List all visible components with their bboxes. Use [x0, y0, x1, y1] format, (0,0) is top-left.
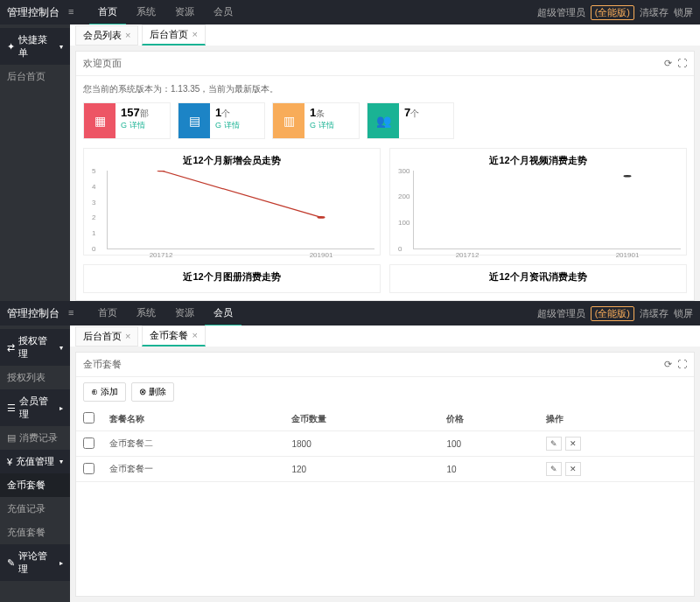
news-icon: ▥ [273, 103, 304, 138]
role-label: 超级管理员 [537, 307, 585, 320]
sidebar-member-mgmt[interactable]: ☰会员管理▸ [0, 389, 70, 426]
stat-cards: ▦157部G 详情 ▤1个G 详情 ▥1条G 详情 👥7个 [83, 102, 687, 139]
nav-resource[interactable]: 资源 [166, 0, 203, 25]
panel-title: 欢迎页面 [83, 57, 122, 70]
top-right: 超级管理员 (全能版) 清缓存 锁屏 [537, 306, 693, 321]
close-icon[interactable]: × [192, 330, 197, 340]
nav-member[interactable]: 会员 [205, 301, 242, 326]
tab-dashboard[interactable]: 后台首页× [142, 24, 205, 46]
package-table: 套餐名称 金币数量 价格 操作 金币套餐二 1800 100 ✎✕ [76, 407, 694, 482]
tab-member-list[interactable]: 会员列表× [75, 25, 138, 46]
toolbar: ⊕ 添加 ⊗ 删除 [76, 377, 694, 407]
member-icon: 👥 [368, 103, 399, 138]
stat-member[interactable]: 👥7个 [367, 102, 454, 139]
edition-badge: (全能版) [591, 5, 634, 20]
topbar: 管理控制台 ≡ 首页 系统 资源 会员 超级管理员 (全能版) 清缓存 锁屏 [0, 0, 700, 24]
chevron-down-icon: ▾ [60, 458, 63, 466]
clear-cache-link[interactable]: 清缓存 [640, 307, 668, 320]
sidebar-recharge[interactable]: ¥充值管理▾ [0, 450, 70, 473]
chevron-right-icon: ▸ [60, 404, 63, 412]
svg-point-3 [623, 175, 631, 178]
expand-icon[interactable]: ⛶ [677, 58, 687, 69]
sidebar-auth-list[interactable]: 授权列表 [0, 366, 70, 389]
chart-video-spend: 近12个月视频消费走势 3002001000 201712201901 [389, 148, 687, 256]
topbar: 管理控制台 ≡ 首页 系统 资源 会员 超级管理员 (全能版) 清缓存 锁屏 [0, 301, 700, 326]
refresh-icon[interactable]: ⟳ [664, 58, 672, 69]
sidebar: ✦快捷菜单▾ 后台首页 [0, 24, 70, 301]
gallery-icon: ▤ [178, 103, 210, 138]
select-all-checkbox[interactable] [83, 412, 94, 424]
close-icon[interactable]: × [125, 30, 130, 40]
tab-coin-package[interactable]: 金币套餐× [142, 326, 205, 346]
dashboard-app: 管理控制台 ≡ 首页 系统 资源 会员 超级管理员 (全能版) 清缓存 锁屏 ✦… [0, 0, 700, 301]
nav-home[interactable]: 首页 [89, 0, 126, 25]
topnav: 首页 系统 资源 会员 [89, 0, 242, 25]
top-right: 超级管理员 (全能版) 清缓存 锁屏 [537, 5, 693, 20]
table-row: 金币套餐二 1800 100 ✎✕ [76, 431, 694, 457]
coin-package-app: 管理控制台 ≡ 首页 系统 资源 会员 超级管理员 (全能版) 清缓存 锁屏 ⇄… [0, 301, 700, 602]
panel-title: 金币套餐 [83, 358, 122, 371]
video-icon: ▦ [84, 103, 116, 138]
refresh-icon[interactable]: ⟳ [664, 359, 672, 370]
panel-header: 欢迎页面 ⟳⛶ [76, 52, 694, 76]
chevron-down-icon: ▾ [60, 344, 63, 352]
role-label: 超级管理员 [537, 6, 585, 19]
brand: 管理控制台 [7, 306, 60, 321]
sidebar-coin-package[interactable]: 金币套餐 [0, 473, 70, 497]
version-text: 您当前的系统版本为：1.13.35，当前为最新版本。 [83, 83, 687, 95]
stat-news[interactable]: ▥1条G 详情 [272, 102, 360, 139]
close-icon[interactable]: × [125, 331, 130, 341]
sidebar-quickmenu[interactable]: ✦快捷菜单▾ [0, 28, 70, 65]
table-row: 金币套餐一 120 10 ✎✕ [76, 457, 694, 482]
clear-cache-link[interactable]: 清缓存 [640, 6, 668, 19]
svg-line-0 [161, 171, 321, 217]
tab-dashboard[interactable]: 后台首页× [75, 326, 138, 346]
sidebar: ⇄授权管理▾ 授权列表 ☰会员管理▸ ▤消费记录 ¥充值管理▾ 金币套餐 充值记… [0, 326, 70, 602]
delete-icon[interactable]: ✕ [565, 462, 581, 476]
stat-video[interactable]: ▦157部G 详情 [83, 102, 171, 139]
nav-home[interactable]: 首页 [89, 301, 126, 326]
menu-toggle-icon[interactable]: ≡ [68, 6, 80, 18]
chart-gallery-spend: 近12个月图册消费走势 [83, 264, 381, 293]
tabbar: 后台首页× 金币套餐× [70, 326, 700, 346]
edit-icon[interactable]: ✎ [546, 437, 562, 451]
menu-toggle-icon[interactable]: ≡ [68, 307, 80, 319]
delete-icon[interactable]: ✕ [565, 437, 581, 451]
panel-header: 金币套餐 ⟳⛶ [76, 353, 694, 377]
svg-point-2 [317, 216, 325, 219]
nav-resource[interactable]: 资源 [166, 301, 203, 326]
topnav: 首页 系统 资源 会员 [89, 301, 242, 326]
nav-member[interactable]: 会员 [205, 0, 242, 25]
edit-icon[interactable]: ✎ [546, 462, 562, 476]
add-button[interactable]: ⊕ 添加 [83, 382, 126, 402]
delete-button[interactable]: ⊗ 删除 [131, 382, 174, 402]
expand-icon[interactable]: ⛶ [677, 359, 687, 370]
edition-badge: (全能版) [591, 306, 634, 321]
row-checkbox[interactable] [83, 438, 94, 449]
lock-link[interactable]: 锁屏 [674, 307, 693, 320]
tabbar: 会员列表× 后台首页× [70, 24, 700, 46]
sidebar-recharge-package[interactable]: 充值套餐 [0, 521, 70, 544]
chevron-right-icon: ▸ [60, 559, 63, 567]
chart-new-members: 近12个月新增会员走势 543210 201712201901 [83, 148, 381, 256]
chevron-down-icon: ▾ [60, 43, 63, 51]
sidebar-auth[interactable]: ⇄授权管理▾ [0, 329, 70, 366]
brand: 管理控制台 [7, 5, 60, 20]
nav-system[interactable]: 系统 [128, 0, 164, 25]
nav-system[interactable]: 系统 [128, 301, 164, 326]
chart-news-spend: 近12个月资讯消费走势 [389, 264, 687, 293]
close-icon[interactable]: × [192, 29, 197, 39]
sidebar-recharge-log[interactable]: 充值记录 [0, 497, 70, 521]
sidebar-dashboard[interactable]: 后台首页 [0, 65, 70, 88]
sidebar-spend-log[interactable]: ▤消费记录 [0, 426, 70, 450]
row-checkbox[interactable] [83, 463, 94, 474]
sidebar-comment[interactable]: ✎评论管理▸ [0, 544, 70, 581]
stat-gallery[interactable]: ▤1个G 详情 [178, 102, 265, 139]
lock-link[interactable]: 锁屏 [674, 6, 693, 19]
